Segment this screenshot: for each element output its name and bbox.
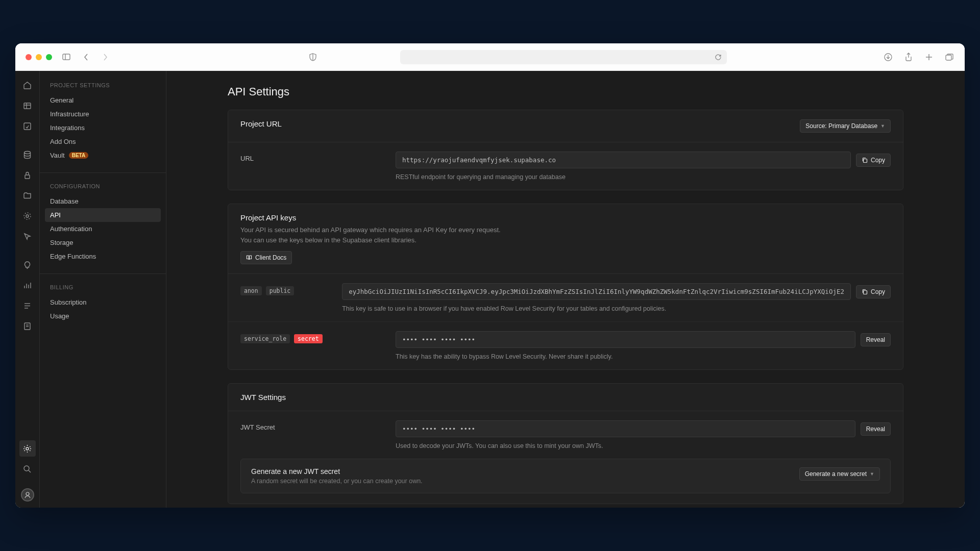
new-tab-icon[interactable] (924, 52, 934, 62)
chevron-down-icon: ▼ (870, 471, 874, 477)
svg-rect-7 (24, 123, 31, 130)
browser-window: PROJECT SETTINGS General Infrastructure … (15, 43, 965, 508)
copy-icon (862, 289, 868, 295)
browser-chrome (15, 43, 965, 71)
sidebar-item-usage[interactable]: Usage (45, 309, 161, 323)
reveal-service-key-button[interactable]: Reveal (861, 333, 891, 346)
sidebar-heading-billing: BILLING (45, 282, 161, 295)
rail-edge-functions-icon[interactable] (19, 208, 36, 224)
rail-auth-icon[interactable] (19, 167, 36, 183)
back-icon[interactable] (81, 52, 91, 62)
generate-jwt-title: Generate a new JWT secret (251, 467, 423, 475)
row-label-url: URL (240, 152, 383, 162)
service-key-help: This key has the ability to bypass Row L… (396, 353, 891, 360)
panel-jwt: JWT Settings JWT Secret •••• •••• •••• •… (228, 383, 903, 504)
sidebar-heading-project-settings: PROJECT SETTINGS (45, 80, 161, 93)
copy-url-button[interactable]: Copy (856, 154, 891, 167)
sidebar-item-general[interactable]: General (45, 93, 161, 107)
rail-realtime-icon[interactable] (19, 228, 36, 244)
project-url-help: RESTful endpoint for querying and managi… (396, 173, 891, 181)
svg-rect-3 (946, 55, 951, 60)
sidebar-separator (40, 273, 166, 274)
svg-point-10 (26, 215, 29, 217)
beta-badge: BETA (69, 152, 88, 159)
copy-icon (862, 157, 868, 163)
sidebar-item-edge-functions[interactable]: Edge Functions (45, 249, 161, 263)
panel-title-api-keys: Project API keys (240, 213, 296, 222)
anon-key-tags: anon public (240, 286, 330, 295)
rail-api-docs-icon[interactable] (19, 318, 36, 334)
shield-icon[interactable] (308, 52, 318, 62)
panel-project-url: Project URL Source: Primary Database ▼ U… (228, 110, 903, 190)
service-key-field[interactable]: •••• •••• •••• •••• (396, 331, 855, 348)
sidebar-heading-configuration: CONFIGURATION (45, 181, 161, 194)
anon-key-field[interactable]: eyJhbGciOiJIUzI1NiIsInR5cCI6IkpXVCJ9.eyJ… (342, 283, 851, 300)
rail-logs-icon[interactable] (19, 297, 36, 314)
traffic-light-maximize[interactable] (46, 54, 52, 60)
rail-table-editor-icon[interactable] (19, 97, 36, 114)
client-docs-button[interactable]: Client Docs (240, 251, 292, 264)
rail-advisor-icon[interactable] (19, 257, 36, 273)
svg-point-8 (24, 151, 31, 154)
svg-point-23 (26, 447, 29, 450)
sidebar-item-config-storage[interactable]: Storage (45, 236, 161, 249)
download-icon[interactable] (883, 52, 893, 62)
source-dropdown[interactable]: Source: Primary Database ▼ (800, 119, 891, 133)
sidebar-item-integrations[interactable]: Integrations (45, 121, 161, 135)
share-icon[interactable] (903, 52, 914, 62)
content: API Settings Project URL Source: Primary… (166, 71, 965, 508)
svg-rect-0 (63, 54, 70, 60)
svg-point-26 (26, 492, 29, 495)
anon-key-help: This key is safe to use in a browser if … (342, 305, 891, 312)
jwt-secret-field[interactable]: •••• •••• •••• •••• (396, 420, 855, 437)
svg-point-11 (24, 213, 31, 219)
app: PROJECT SETTINGS General Infrastructure … (15, 71, 965, 508)
panel-desc-api-keys: Your API is secured behind an API gatewa… (240, 225, 501, 245)
project-url-field[interactable]: https://yraojufaendvqmfyjsek.supabase.co (396, 152, 851, 168)
svg-line-25 (29, 470, 31, 472)
traffic-lights (26, 54, 52, 60)
tag-public: public (266, 286, 295, 295)
sidebar-item-vault[interactable]: Vault BETA (45, 148, 161, 162)
svg-point-24 (24, 466, 29, 471)
reveal-jwt-button[interactable]: Reveal (861, 422, 891, 436)
rail-search-icon[interactable] (19, 461, 36, 477)
rail-storage-icon[interactable] (19, 187, 36, 204)
svg-rect-4 (24, 103, 31, 109)
sidebar-item-config-database[interactable]: Database (45, 194, 161, 208)
row-label-jwt-secret: JWT Secret (240, 420, 383, 431)
generate-jwt-card: Generate a new JWT secret A random secre… (240, 459, 891, 493)
rail-home-icon[interactable] (19, 77, 36, 93)
page-title: API Settings (228, 85, 903, 98)
jwt-secret-help: Used to decode your JWTs. You can also u… (396, 442, 891, 449)
sidebar-toggle-icon[interactable] (61, 52, 71, 62)
service-key-tags: service_role secret (240, 334, 383, 343)
sidebar-item-subscription[interactable]: Subscription (45, 295, 161, 309)
sidebar-item-api[interactable]: API (45, 208, 161, 222)
svg-rect-9 (25, 175, 30, 179)
tabs-overview-icon[interactable] (944, 52, 954, 62)
reload-icon[interactable] (715, 54, 722, 61)
rail-reports-icon[interactable] (19, 277, 36, 293)
traffic-light-minimize[interactable] (36, 54, 42, 60)
rail-settings-icon[interactable] (19, 440, 36, 457)
tag-service-role: service_role (240, 334, 290, 343)
forward-icon[interactable] (100, 52, 110, 62)
rail-sql-editor-icon[interactable] (19, 118, 36, 134)
sidebar-item-infrastructure[interactable]: Infrastructure (45, 107, 161, 121)
svg-rect-27 (863, 159, 867, 162)
generate-jwt-button[interactable]: Generate a new secret ▼ (799, 467, 880, 481)
address-bar[interactable] (400, 50, 727, 64)
sidebar-item-add-ons[interactable]: Add Ons (45, 135, 161, 148)
chevron-down-icon: ▼ (880, 123, 885, 129)
sidebar-item-authentication[interactable]: Authentication (45, 222, 161, 236)
user-avatar[interactable] (21, 488, 34, 502)
panel-api-keys: Project API keys Your API is secured beh… (228, 204, 903, 370)
rail-database-icon[interactable] (19, 146, 36, 163)
sidebar: PROJECT SETTINGS General Infrastructure … (40, 71, 166, 508)
traffic-light-close[interactable] (26, 54, 32, 60)
copy-anon-key-button[interactable]: Copy (856, 285, 891, 298)
sidebar-separator (40, 172, 166, 173)
panel-title-project-url: Project URL (240, 119, 282, 128)
tag-secret: secret (294, 334, 323, 343)
